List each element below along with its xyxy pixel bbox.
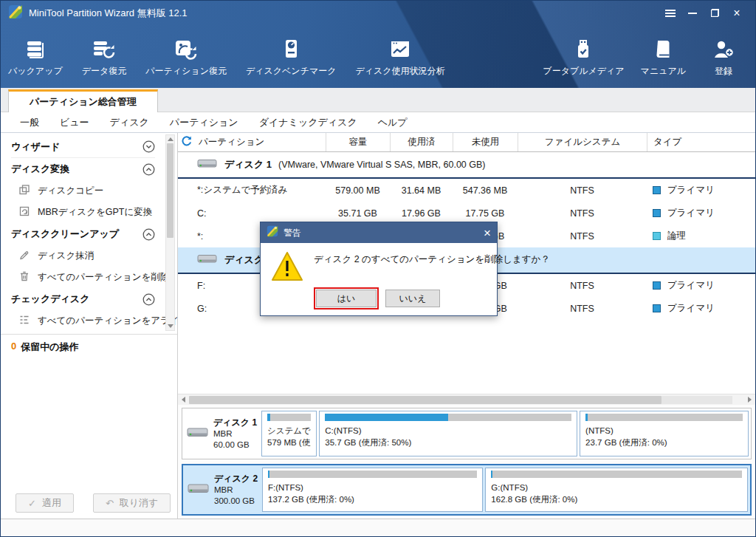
chevron-up-icon[interactable] — [142, 293, 155, 306]
dialog-close-icon[interactable]: × — [484, 227, 491, 239]
unused-value: 17.75 GB — [453, 208, 518, 219]
apply-button[interactable]: ✓ 適用 — [16, 493, 74, 513]
manual-button[interactable]: マニュアル — [641, 31, 686, 78]
scroll-up-icon[interactable] — [168, 137, 173, 141]
type-label: プライマリ — [667, 279, 715, 292]
partition-recovery-button[interactable]: パーティション復元 — [145, 31, 227, 78]
manual-icon — [652, 31, 674, 62]
used-value: 31.64 MB — [390, 185, 453, 196]
header-used[interactable]: 使用済 — [390, 133, 453, 151]
sidebar-item-label: ディスクコピー — [38, 185, 103, 197]
disk1-group-row[interactable]: ディスク 1 (VMware, VMware Virtual S SAS, MB… — [178, 152, 755, 179]
scrollbar-thumb[interactable] — [189, 396, 662, 404]
sidebar-section-disk-convert[interactable]: ディスク変換 — [11, 158, 155, 180]
restore-icon[interactable] — [704, 4, 726, 22]
trash-icon — [18, 270, 30, 285]
warning-dialog: 警告 × ディスク 2 のすべてのパーティションを削除しますか？ はい いいえ — [260, 222, 498, 316]
unused-value: 547.36 MB — [453, 185, 518, 196]
sidebar: ウィザード ディスク変換 ディスクコピー — [1, 133, 178, 519]
sidebar-section-check-disk[interactable]: チェックディスク — [11, 288, 155, 310]
header-capacity[interactable]: 容量 — [326, 133, 390, 151]
header-label[interactable]: パーティション — [199, 136, 264, 148]
filesystem-value: NTFS — [518, 231, 647, 242]
menu-general[interactable]: 一般 — [10, 113, 49, 132]
no-button[interactable]: いいえ — [385, 290, 440, 307]
disk1-card[interactable]: ディスク 1 MBR 60.00 GB システムで予約 579 MB (使用 — [182, 408, 752, 459]
partition-block-system-reserved[interactable]: システムで予約 579 MB (使用 — [261, 411, 317, 456]
app-header: MiniTool Partition Wizard 無料版 12.1 × バック… — [1, 1, 755, 88]
backup-button[interactable]: バックアップ — [8, 31, 63, 78]
yes-button[interactable]: はい — [316, 290, 377, 307]
partition-block-unlabeled[interactable]: (NTFS) 23.7 GB (使用済: 0%) — [580, 411, 749, 456]
sidebar-item-delete-all-partitions[interactable]: すべてのパーティションを削除 — [11, 267, 155, 288]
sidebar-section-disk-cleanup[interactable]: ディスククリーンアップ — [11, 223, 155, 245]
toolbar-left-group: バックアップ データ復元 — [8, 31, 445, 78]
menu-icon[interactable] — [659, 4, 681, 22]
partition-info: 579 MB (使用 — [267, 437, 311, 448]
capacity-value: 579.00 MB — [326, 185, 390, 196]
toolbar-item-label: マニュアル — [641, 65, 686, 78]
refresh-icon[interactable] — [181, 135, 193, 149]
partition-info: 35.7 GB (使用済: 50%) — [325, 437, 571, 448]
backup-icon — [23, 31, 48, 62]
header-unused[interactable]: 未使用 — [453, 133, 518, 151]
scroll-down-icon[interactable] — [168, 324, 173, 328]
sidebar-section-wizard[interactable]: ウィザード — [11, 136, 155, 158]
scroll-right-icon[interactable] — [748, 397, 752, 403]
register-button[interactable]: 登録 — [702, 31, 745, 78]
status-bar — [1, 519, 755, 536]
sidebar-item-align-all-partitions[interactable]: すべてのパーティションをアライメント — [11, 310, 155, 332]
tab-label: パーティション総合管理 — [30, 95, 137, 109]
chevron-up-icon[interactable] — [142, 228, 155, 241]
sidebar-scrollbar[interactable] — [165, 134, 175, 331]
scroll-left-icon[interactable] — [182, 397, 185, 403]
partition-label: (NTFS) — [585, 425, 743, 437]
close-icon[interactable]: × — [726, 4, 748, 22]
partition-block-f[interactable]: F:(NTFS) 137.2 GB (使用済: 0%) — [262, 468, 483, 512]
disk-size: 60.00 GB — [213, 439, 257, 450]
disk-usage-icon — [388, 31, 413, 62]
menu-partition[interactable]: パーティション — [159, 113, 249, 132]
menubar: 一般 ビュー ディスク パーティション ダイナミックディスク ヘルプ — [1, 112, 755, 133]
type-label: プライマリ — [667, 302, 715, 315]
section-title: ディスク変換 — [11, 163, 69, 176]
titlebar[interactable]: MiniTool Partition Wizard 無料版 12.1 × — [1, 1, 755, 25]
sidebar-item-mbr-to-gpt[interactable]: MBRディスクをGPTに変換 — [11, 202, 155, 223]
sidebar-item-disk-copy[interactable]: ディスクコピー — [11, 180, 155, 202]
minimize-icon[interactable] — [681, 4, 704, 22]
disk-benchmark-button[interactable]: ディスクベンチマーク — [246, 31, 337, 78]
header-filesystem[interactable]: ファイルシステム — [518, 133, 647, 151]
disk2-card[interactable]: ディスク 2 MBR 300.00 GB F:(NTFS) 137.2 GB (… — [182, 464, 752, 516]
table-row[interactable]: *:システムで予約済み 579.00 MB 31.64 MB 547.36 MB… — [178, 179, 755, 202]
data-recovery-button[interactable]: データ復元 — [82, 31, 127, 78]
bootable-media-icon — [574, 31, 593, 62]
scrollbar-thumb[interactable] — [167, 143, 173, 238]
menu-dynamic-disk[interactable]: ダイナミックディスク — [249, 113, 368, 132]
filesystem-value: NTFS — [518, 281, 647, 291]
disk-usage-button[interactable]: ディスク使用状況分析 — [355, 31, 444, 78]
disk-benchmark-icon — [280, 31, 302, 62]
undo-button[interactable]: ↶ 取り消す — [93, 493, 171, 513]
tab-partition-management[interactable]: パーティション総合管理 — [8, 89, 158, 112]
menu-view[interactable]: ビュー — [49, 113, 100, 132]
primary-type-icon — [653, 209, 661, 217]
usage-bar — [325, 414, 571, 421]
menu-help[interactable]: ヘルプ — [368, 113, 418, 132]
sidebar-item-disk-wipe[interactable]: ディスク抹消 — [11, 245, 155, 267]
horizontal-scrollbar[interactable] — [178, 394, 755, 405]
partition-block-c[interactable]: C:(NTFS) 35.7 GB (使用済: 50%) — [319, 411, 577, 456]
disk-drive-icon — [197, 158, 218, 172]
convert-icon — [18, 205, 30, 220]
partition-block-g[interactable]: G:(NTFS) 162.8 GB (使用済: 0%) — [485, 468, 748, 512]
dialog-titlebar[interactable]: 警告 × — [261, 222, 497, 243]
chevron-up-icon[interactable] — [142, 163, 155, 176]
disk-name: ディスク 2 — [214, 473, 258, 485]
menu-disk[interactable]: ディスク — [100, 113, 159, 132]
header-type[interactable]: タイプ — [647, 133, 755, 151]
partition-info: 162.8 GB (使用済: 0%) — [491, 493, 742, 505]
sidebar-scroll-area: ウィザード ディスク変換 ディスクコピー — [1, 133, 177, 334]
usage-bar — [268, 471, 477, 478]
chevron-down-icon[interactable] — [142, 140, 155, 153]
bootable-media-button[interactable]: ブータブルメディア — [543, 31, 624, 78]
toolbar-item-label: ブータブルメディア — [543, 65, 624, 78]
